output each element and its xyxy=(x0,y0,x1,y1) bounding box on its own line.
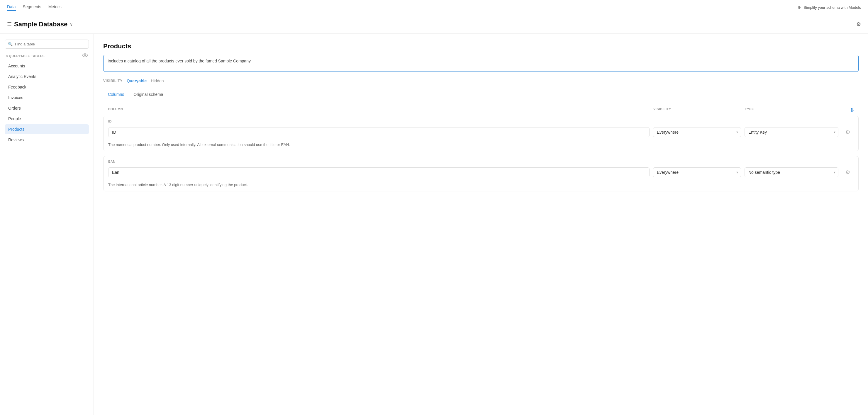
simplify-schema-label: Simplify your schema with Models xyxy=(804,5,861,10)
column-field-label: EAN xyxy=(103,156,858,164)
sidebar-item-people[interactable]: People xyxy=(5,114,89,124)
columns-list: IDEverywhereOnly in detail viewsHidden▾N… xyxy=(103,116,859,191)
top-nav: Data Segments Metrics ⚙ Simplify your sc… xyxy=(0,0,868,15)
database-icon: ☰ xyxy=(7,21,12,28)
sidebar-item-feedback[interactable]: Feedback xyxy=(5,82,89,92)
tables-count-label: 8 QUERYABLE TABLES xyxy=(6,54,44,58)
main-layout: 🔍 8 QUERYABLE TABLES AccountsAnalytic Ev… xyxy=(0,34,868,415)
column-type-wrapper: No semantic typeEntity KeyCategoryDescri… xyxy=(745,167,838,177)
col-header-column: COLUMN xyxy=(108,107,650,113)
simplify-schema-action[interactable]: ⚙ Simplify your schema with Models xyxy=(798,5,861,10)
column-type-select[interactable]: No semantic typeEntity KeyCategoryDescri… xyxy=(745,167,838,177)
search-input[interactable] xyxy=(15,42,86,46)
column-card-ean: EANEverywhereOnly in detail viewsHidden▾… xyxy=(103,156,859,191)
content-tabs: Columns Original schema xyxy=(103,89,859,100)
table-title: Products xyxy=(103,42,859,50)
page-title: Sample Database xyxy=(14,21,67,28)
column-card-id: IDEverywhereOnly in detail viewsHidden▾N… xyxy=(103,116,859,151)
column-visibility-select[interactable]: EverywhereOnly in detail viewsHidden xyxy=(653,167,741,177)
tab-original-schema[interactable]: Original schema xyxy=(129,89,168,100)
column-settings-button[interactable]: ⚙ xyxy=(842,129,854,135)
content-area: Products Includes a catalog of all the p… xyxy=(94,34,868,415)
column-visibility-wrapper: EverywhereOnly in detail viewsHidden▾ xyxy=(653,127,741,137)
tab-columns[interactable]: Columns xyxy=(103,89,129,100)
column-visibility-wrapper: EverywhereOnly in detail viewsHidden▾ xyxy=(653,167,741,177)
col-header-type: TYPE xyxy=(745,107,839,113)
col-header-visibility: VISIBILITY xyxy=(653,107,741,113)
models-icon: ⚙ xyxy=(798,5,801,10)
table-description-input[interactable]: Includes a catalog of all the products e… xyxy=(103,55,859,72)
nav-tab-segments[interactable]: Segments xyxy=(23,4,41,11)
column-field-label: ID xyxy=(103,116,858,124)
nav-tabs: Data Segments Metrics xyxy=(7,4,62,11)
sidebar-item-orders[interactable]: Orders xyxy=(5,103,89,113)
sidebar-item-invoices[interactable]: Invoices xyxy=(5,93,89,103)
page-header: ☰ Sample Database ∨ ⚙ xyxy=(0,15,868,34)
page-settings-button[interactable]: ⚙ xyxy=(856,21,861,28)
db-title-row: ☰ Sample Database ∨ xyxy=(7,21,73,28)
column-type-select[interactable]: No semantic typeEntity KeyCategoryDescri… xyxy=(745,127,838,137)
visibility-row: VISIBILITY Queryable Hidden xyxy=(103,78,859,83)
column-settings-button[interactable]: ⚙ xyxy=(842,169,854,175)
column-visibility-select[interactable]: EverywhereOnly in detail viewsHidden xyxy=(653,127,741,137)
nav-tab-data[interactable]: Data xyxy=(7,4,16,11)
column-row: EverywhereOnly in detail viewsHidden▾No … xyxy=(103,124,858,140)
visibility-hidden-button[interactable]: Hidden xyxy=(151,78,164,83)
toggle-hidden-tables-button[interactable] xyxy=(83,53,88,59)
sidebar-section-header: 8 QUERYABLE TABLES xyxy=(5,53,89,59)
column-description: The numerical product number. Only used … xyxy=(103,140,858,151)
sort-icon[interactable]: ⇅ xyxy=(850,107,854,113)
table-search-box[interactable]: 🔍 xyxy=(5,39,89,49)
visibility-label: VISIBILITY xyxy=(103,79,123,83)
column-name-input[interactable] xyxy=(108,127,650,137)
column-row: EverywhereOnly in detail viewsHidden▾No … xyxy=(103,164,858,180)
sidebar-tables-list: AccountsAnalytic EventsFeedbackInvoicesO… xyxy=(5,61,89,145)
sidebar-item-reviews[interactable]: Reviews xyxy=(5,135,89,145)
columns-table-header: COLUMN VISIBILITY TYPE ⇅ xyxy=(103,107,859,116)
column-type-wrapper: No semantic typeEntity KeyCategoryDescri… xyxy=(745,127,838,137)
search-icon: 🔍 xyxy=(8,42,12,46)
column-description: The international article number. A 13 d… xyxy=(103,180,858,191)
sidebar-item-accounts[interactable]: Accounts xyxy=(5,61,89,71)
column-name-input[interactable] xyxy=(108,167,650,177)
chevron-down-icon[interactable]: ∨ xyxy=(70,22,73,27)
visibility-queryable-button[interactable]: Queryable xyxy=(127,78,147,83)
nav-tab-metrics[interactable]: Metrics xyxy=(49,4,62,11)
sidebar-item-products[interactable]: Products xyxy=(5,124,89,134)
sidebar-item-analytic-events[interactable]: Analytic Events xyxy=(5,71,89,82)
sidebar: 🔍 8 QUERYABLE TABLES AccountsAnalytic Ev… xyxy=(0,34,94,415)
